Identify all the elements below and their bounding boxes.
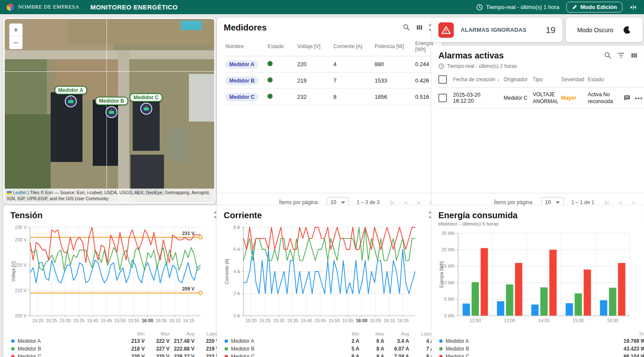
legend-row[interactable]: Medidor C6 A8 A7.08 A8 A xyxy=(225,353,434,357)
legend-header: MinMaxAvgLatest xyxy=(11,330,219,337)
ignored-alarms-card[interactable]: ALARMAS IGNORADAS 19 xyxy=(431,18,562,42)
map-panel: + − Medidor AMedidor BMedidor C Leaflet … xyxy=(3,18,216,204)
svg-text:16:00: 16:00 xyxy=(607,318,618,323)
table-row[interactable]: Medidor B 219 7 1533 0.426 xyxy=(224,73,435,89)
legend-row[interactable]: Medidor C220 V235 V228.27 V232 V xyxy=(11,353,219,357)
cell-voltaje: 219 xyxy=(295,73,331,89)
items-per-page-label: Ítems por página: xyxy=(494,199,534,205)
svg-text:16:05: 16:05 xyxy=(370,318,381,323)
next-page-button[interactable]: > xyxy=(632,199,635,206)
next-page-button[interactable]: > xyxy=(417,199,420,206)
zoom-out-button[interactable]: − xyxy=(9,37,22,49)
col-severity[interactable]: Severidad xyxy=(561,76,587,82)
legend-row[interactable]: Medidor B43.423 Wh xyxy=(439,345,644,353)
leaflet-link[interactable]: Leaflet xyxy=(13,190,27,195)
row-checkbox[interactable] xyxy=(438,94,447,102)
columns-icon[interactable] xyxy=(631,52,638,59)
col-corriente: Corriente [A] xyxy=(332,37,373,56)
alarm-row[interactable]: 2025-03-20 16:12:20 Medidor C VOLTAJE AN… xyxy=(438,88,644,109)
legend-header: MinMaxAvgLatest xyxy=(225,330,434,337)
comment-icon[interactable] xyxy=(623,95,631,101)
cell-corriente: 7 xyxy=(332,73,373,89)
legend-row[interactable]: Medidor A2 A6 A3.4 A4 A xyxy=(225,337,434,345)
cell-potencia: 1856 xyxy=(373,89,413,105)
cell-potencia: 1533 xyxy=(373,73,413,89)
svg-text:16:10: 16:10 xyxy=(384,318,395,323)
map-road xyxy=(5,50,214,59)
col-type[interactable]: Tipo xyxy=(533,76,560,82)
col-originator[interactable]: Originador xyxy=(504,76,532,82)
legend-row[interactable]: Medidor C86.104 Wh xyxy=(439,353,644,357)
prev-page-button[interactable]: < xyxy=(404,199,407,206)
map-lawn xyxy=(5,59,47,114)
map-marker[interactable]: Medidor C xyxy=(130,93,163,115)
more-actions-icon[interactable]: ••• xyxy=(633,95,644,102)
alarms-table-header: Fecha de creación ↓ Originador Tipo Seve… xyxy=(438,75,644,88)
legend-row[interactable]: Medidor B218 V227 V222.88 V219 V xyxy=(11,345,219,353)
active-alarms-panel: Alarmas activas Tiempo-real - último(s) … xyxy=(431,46,644,211)
ignored-alarms-label: ALARMAS IGNORADAS xyxy=(461,27,526,33)
filter-icon[interactable] xyxy=(617,52,625,58)
series-name: Medidor A xyxy=(446,338,469,344)
search-icon[interactable] xyxy=(604,52,611,59)
table-row[interactable]: Medidor C 232 8 1856 0.516 xyxy=(224,89,435,105)
ukraine-flag-icon xyxy=(7,191,12,195)
edit-mode-button[interactable]: Modo Edición xyxy=(566,2,623,12)
col-voltaje: Voltaje [V] xyxy=(295,37,331,56)
table-row[interactable]: Medidor A 220 4 880 0.244 xyxy=(224,56,435,73)
svg-text:13:00: 13:00 xyxy=(504,318,515,323)
svg-text:0 Wh: 0 Wh xyxy=(444,313,455,318)
col-potencia: Potencia [W] xyxy=(373,37,413,56)
series-name: Medidor B xyxy=(446,346,469,352)
svg-text:8 A: 8 A xyxy=(234,225,240,230)
legend-row[interactable]: Medidor B5 A8 A6.07 A7 A xyxy=(225,345,434,353)
moon-icon xyxy=(623,26,632,34)
panel-title: Corriente xyxy=(224,211,435,220)
alarm-severity: Mayor xyxy=(561,95,587,101)
map-marker[interactable]: Medidor A xyxy=(55,86,87,107)
satellite-map[interactable]: + − Medidor AMedidor BMedidor C Leaflet … xyxy=(5,19,214,202)
col-created[interactable]: Fecha de creación ↓ xyxy=(453,76,503,82)
svg-text:235 V: 235 V xyxy=(15,225,27,230)
dark-mode-toggle[interactable]: Modo Oscuro xyxy=(566,18,643,42)
medidores-table: Nombre Estado Voltaje [V] Corriente [A] … xyxy=(224,37,435,105)
svg-text:15:50: 15:50 xyxy=(114,318,125,323)
series-name: Medidor C xyxy=(231,354,255,357)
legend-row[interactable]: Medidor A213 V222 V217.48 V220 V xyxy=(11,337,219,345)
map-marker[interactable]: Medidor B xyxy=(95,97,128,118)
cube-logo-icon xyxy=(6,3,15,12)
app-header: NOMBRE DE EMPRESA MONITOREO ENERGÉTICO T… xyxy=(0,0,644,14)
first-page-button[interactable]: |< xyxy=(605,199,609,206)
columns-icon[interactable] xyxy=(416,24,423,31)
select-all-checkbox[interactable] xyxy=(438,75,447,84)
first-page-button[interactable]: |< xyxy=(390,199,395,206)
search-icon[interactable] xyxy=(403,24,410,31)
svg-text:6 A: 6 A xyxy=(234,247,240,252)
cell-corriente: 4 xyxy=(332,56,373,73)
medidor-link[interactable]: Medidor C xyxy=(225,93,258,101)
map-zoom-control: + − xyxy=(9,23,23,49)
series-name: Medidor B xyxy=(231,346,255,352)
chart-subtitle: Histórico - último(s) 5 horas xyxy=(438,221,644,226)
svg-text:15:00: 15:00 xyxy=(573,318,584,323)
medidor-link[interactable]: Medidor B xyxy=(225,76,258,85)
status-dot xyxy=(267,61,273,66)
dashboard-title: MONITOREO ENERGÉTICO xyxy=(91,3,178,11)
zoom-in-button[interactable]: + xyxy=(9,24,22,37)
svg-text:15:25: 15:25 xyxy=(46,318,57,323)
alarm-originator: Medidor C xyxy=(504,95,532,101)
alarm-created: 2025-03-20 16:12:20 xyxy=(453,92,503,104)
time-window[interactable]: Tiempo-real - último(s) 1 hora xyxy=(476,4,559,11)
medidor-link[interactable]: Medidor A xyxy=(225,60,258,69)
svg-text:Corriente [A]: Corriente [A] xyxy=(224,259,229,284)
svg-text:15:50: 15:50 xyxy=(328,318,340,323)
svg-text:16:15: 16:15 xyxy=(398,318,409,323)
col-status[interactable]: Estado xyxy=(588,76,620,82)
panel-title: Energía consumida xyxy=(438,211,644,220)
dark-mode-label: Modo Oscuro xyxy=(577,27,613,34)
ignored-alarms-count: 19 xyxy=(546,25,556,35)
edit-mode-label: Modo Edición xyxy=(580,4,617,10)
prev-page-button[interactable]: < xyxy=(619,199,622,206)
collapse-icon[interactable] xyxy=(629,3,637,11)
legend-row[interactable]: Medidor A19.769 Wh xyxy=(439,337,644,345)
